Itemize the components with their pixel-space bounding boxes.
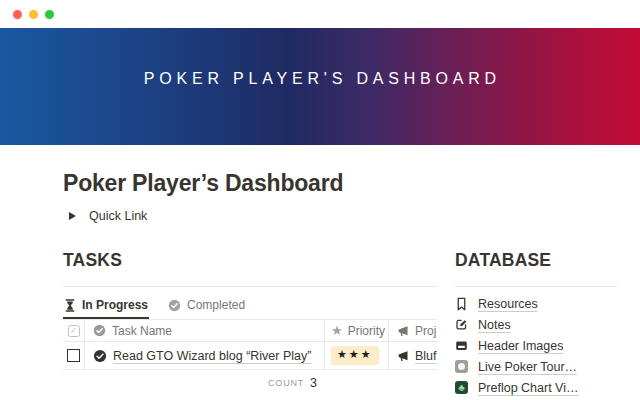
checkbox-icon[interactable] xyxy=(67,349,80,362)
column-project-label: Proj xyxy=(415,324,436,338)
check-circle-icon xyxy=(93,349,107,363)
db-item-notes[interactable]: Notes xyxy=(455,314,617,335)
database-divider xyxy=(455,286,617,287)
cover-banner: POKER PLAYER'S DASHBOARD xyxy=(0,28,640,145)
count-calculation[interactable]: count 3 xyxy=(63,370,325,396)
tasks-heading: TASKS xyxy=(63,249,437,271)
count-value: 3 xyxy=(310,376,317,390)
two-column-layout: TASKS In Progress xyxy=(63,249,617,398)
star-icon: ★ xyxy=(331,324,343,337)
db-item-resources[interactable]: Resources xyxy=(455,293,617,314)
tab-completed-label: Completed xyxy=(187,298,245,312)
page-title: Poker Player’s Dashboard xyxy=(63,169,617,197)
quick-link-toggle[interactable]: Quick Link xyxy=(63,208,617,223)
database-list: Resources Notes xyxy=(455,293,617,398)
edit-icon xyxy=(455,318,468,331)
quick-link-label: Quick Link xyxy=(89,209,147,223)
page-content: Poker Player’s Dashboard Quick Link TASK… xyxy=(0,145,640,398)
bookmark-icon xyxy=(455,297,468,311)
window-titlebar xyxy=(0,0,640,28)
table-header-row: ✓ Task Name ★ Priority xyxy=(63,320,437,342)
count-label: count xyxy=(268,378,304,388)
tab-in-progress[interactable]: In Progress xyxy=(63,293,149,319)
column-task-name-label: Task Name xyxy=(112,324,172,338)
tab-completed[interactable]: Completed xyxy=(167,293,246,319)
project-cell[interactable]: Bluf xyxy=(389,342,437,369)
hourglass-icon xyxy=(64,299,76,312)
poker-chip-icon xyxy=(455,360,468,373)
priority-badge: ★★★ xyxy=(331,346,379,364)
db-item-live-poker-tournaments[interactable]: Live Poker Tour… xyxy=(455,356,617,377)
db-item-label: Resources xyxy=(478,297,538,311)
toggle-triangle-icon xyxy=(69,212,76,220)
column-priority-label: Priority xyxy=(348,324,385,338)
task-name-cell[interactable]: Read GTO Wizard blog “River Play” xyxy=(85,342,325,369)
project-link[interactable]: Bluf xyxy=(415,349,437,363)
column-priority[interactable]: ★ Priority xyxy=(325,320,389,341)
checkbox-icon: ✓ xyxy=(68,325,80,337)
db-item-header-images[interactable]: Header Images xyxy=(455,335,617,356)
db-item-label: Live Poker Tour… xyxy=(478,360,577,374)
column-task-name[interactable]: Task Name xyxy=(85,320,325,341)
db-item-label: Notes xyxy=(478,318,511,332)
task-page-link[interactable]: Read GTO Wizard blog “River Play” xyxy=(113,349,311,363)
table-row: Read GTO Wizard blog “River Play” ★★★ Bl… xyxy=(63,342,437,370)
image-card-icon xyxy=(455,339,468,352)
tasks-tabs: In Progress Completed xyxy=(63,293,437,319)
table-footer-row: count 3 xyxy=(63,370,437,396)
db-item-preflop-chart[interactable]: ♣ Preflop Chart Vi… xyxy=(455,377,617,398)
db-item-label: Header Images xyxy=(478,339,563,353)
megaphone-icon xyxy=(397,350,409,362)
close-window-button[interactable] xyxy=(13,10,22,19)
banner-title: POKER PLAYER'S DASHBOARD xyxy=(139,70,501,88)
check-circle-icon xyxy=(168,299,181,312)
tasks-section: TASKS In Progress xyxy=(63,249,437,398)
db-item-label: Preflop Chart Vi… xyxy=(478,381,579,395)
select-all-checkbox[interactable]: ✓ xyxy=(63,320,85,341)
tab-in-progress-label: In Progress xyxy=(82,298,148,312)
minimize-window-button[interactable] xyxy=(29,10,38,19)
club-icon: ♣ xyxy=(455,381,468,394)
zoom-window-button[interactable] xyxy=(45,10,54,19)
tasks-table: ✓ Task Name ★ Priority xyxy=(63,319,437,396)
tasks-divider xyxy=(63,286,437,287)
row-select-cell[interactable] xyxy=(63,342,85,369)
database-heading: DATABASE xyxy=(455,249,617,271)
megaphone-icon xyxy=(397,325,409,337)
priority-cell[interactable]: ★★★ xyxy=(325,342,389,369)
check-circle-icon xyxy=(93,324,106,337)
database-section: DATABASE Resources xyxy=(455,249,617,398)
column-project[interactable]: Proj xyxy=(389,320,437,341)
